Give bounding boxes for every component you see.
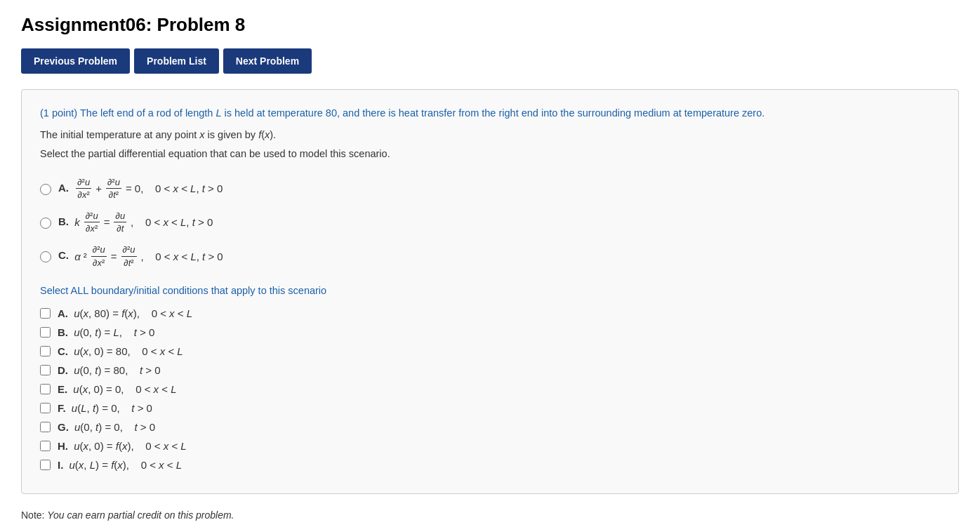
bc-option-a: A. u(x, 80) = f(x), 0 < x < L <box>40 307 940 319</box>
pde-radio-b[interactable] <box>40 218 51 229</box>
note-section: Note: You can earn partial credit on thi… <box>21 509 959 521</box>
pde-option-a: A. ∂²u∂x² + ∂²u∂t² = 0, 0 < x < L, t > 0 <box>40 177 940 201</box>
bc-checkbox-b[interactable] <box>40 327 51 338</box>
bc-checkbox-h[interactable] <box>40 441 51 451</box>
pde-option-c: C. α² ∂²u∂x² = ∂²u∂t² , 0 < x < L, t > 0 <box>40 244 940 268</box>
bc-label-h[interactable]: H. u(x, 0) = f(x), 0 < x < L <box>58 440 187 452</box>
bc-label-g[interactable]: G. u(0, t) = 0, t > 0 <box>58 421 155 433</box>
note-text: You can earn partial credit on this prob… <box>47 509 234 521</box>
problem-container: (1 point) The left end of a rod of lengt… <box>21 89 959 494</box>
pde-instruction: Select the partial differential equation… <box>40 146 940 162</box>
pde-label-a[interactable]: A. ∂²u∂x² + ∂²u∂t² = 0, 0 < x < L, t > 0 <box>58 177 223 201</box>
problem-intro: (1 point) The left end of a rod of lengt… <box>40 105 940 121</box>
bc-label-d[interactable]: D. u(0, t) = 80, t > 0 <box>58 364 161 376</box>
bc-option-b: B. u(0, t) = L, t > 0 <box>40 326 940 338</box>
bc-checkbox-e[interactable] <box>40 384 51 394</box>
bc-label-i[interactable]: I. u(x, L) = f(x), 0 < x < L <box>58 459 182 471</box>
problem-text-line2: The initial temperature at any point x i… <box>40 127 940 143</box>
pde-label-b[interactable]: B. k ∂²u∂x² = ∂u∂t , 0 < x < L, t > 0 <box>58 211 213 234</box>
bc-instruction: Select ALL boundary/initial conditions t… <box>40 285 940 296</box>
bc-option-f: F. u(L, t) = 0, t > 0 <box>40 402 940 414</box>
pde-option-b: B. k ∂²u∂x² = ∂u∂t , 0 < x < L, t > 0 <box>40 211 940 234</box>
bc-option-e: E. u(x, 0) = 0, 0 < x < L <box>40 383 940 395</box>
bc-option-d: D. u(0, t) = 80, t > 0 <box>40 364 940 376</box>
pde-radio-a[interactable] <box>40 184 51 195</box>
bc-checkbox-c[interactable] <box>40 346 51 356</box>
bc-option-c: C. u(x, 0) = 80, 0 < x < L <box>40 345 940 357</box>
bc-label-b[interactable]: B. u(0, t) = L, t > 0 <box>58 326 154 338</box>
bc-checkbox-f[interactable] <box>40 403 51 413</box>
note-label: Note: <box>21 509 44 521</box>
pde-radio-c[interactable] <box>40 251 51 262</box>
bc-checkbox-a[interactable] <box>40 308 51 319</box>
bc-checkbox-i[interactable] <box>40 460 51 470</box>
bc-option-h: H. u(x, 0) = f(x), 0 < x < L <box>40 440 940 452</box>
problem-list-button[interactable]: Problem List <box>134 48 219 74</box>
pde-label-c[interactable]: C. α² ∂²u∂x² = ∂²u∂t² , 0 < x < L, t > 0 <box>58 244 223 268</box>
next-problem-button[interactable]: Next Problem <box>223 48 312 74</box>
bc-option-i: I. u(x, L) = f(x), 0 < x < L <box>40 459 940 471</box>
nav-buttons: Previous Problem Problem List Next Probl… <box>21 48 959 74</box>
bc-label-e[interactable]: E. u(x, 0) = 0, 0 < x < L <box>58 383 177 395</box>
bc-label-a[interactable]: A. u(x, 80) = f(x), 0 < x < L <box>58 307 192 319</box>
bc-label-c[interactable]: C. u(x, 0) = 80, 0 < x < L <box>58 345 183 357</box>
prev-problem-button[interactable]: Previous Problem <box>21 48 130 74</box>
bc-checkbox-d[interactable] <box>40 365 51 375</box>
bc-option-g: G. u(0, t) = 0, t > 0 <box>40 421 940 433</box>
bc-checkbox-g[interactable] <box>40 422 51 432</box>
bc-options: A. u(x, 80) = f(x), 0 < x < L B. u(0, t)… <box>40 307 940 471</box>
bc-label-f[interactable]: F. u(L, t) = 0, t > 0 <box>58 402 152 414</box>
pde-options: A. ∂²u∂x² + ∂²u∂t² = 0, 0 < x < L, t > 0… <box>40 177 940 269</box>
page-title: Assignment06: Problem 8 <box>21 14 959 36</box>
